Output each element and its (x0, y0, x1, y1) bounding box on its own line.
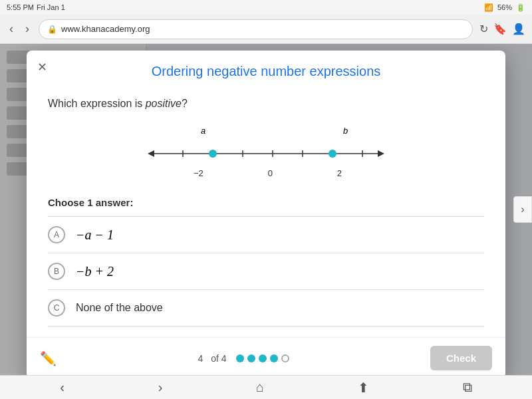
lock-icon: 🔒 (47, 25, 57, 34)
progress-dots (236, 354, 289, 362)
num-label-2: 2 (337, 168, 342, 178)
browser-forward-button[interactable]: › (158, 380, 163, 395)
choice-a-circle: A (48, 226, 65, 243)
dot-5 (281, 354, 289, 362)
svg-marker-2 (378, 150, 384, 157)
modal-footer: ✏️ 4 of 4 Check (27, 337, 505, 375)
question-text: Which expression is positive? (48, 98, 484, 110)
svg-point-11 (329, 150, 336, 158)
bottom-bar: ‹ › ⌂ ⬆ ⧉ (0, 375, 532, 399)
check-button[interactable]: Check (430, 346, 492, 370)
hint-pencil-icon[interactable]: ✏️ (40, 350, 57, 366)
dot-4 (270, 354, 278, 362)
battery-text: 56% (497, 3, 512, 11)
point-b-label: b (343, 126, 348, 136)
browser-back-button[interactable]: ‹ (60, 380, 65, 395)
modal-body: Which expression is positive? a b (27, 87, 505, 337)
forward-button[interactable]: › (23, 19, 32, 39)
choice-c-text: None of the above (76, 302, 163, 314)
browser-bar: ‹ › 🔒 www.khanacademy.org ↻ 🔖 👤 (0, 15, 532, 44)
page-background: ✕ Ordering negative number expressions W… (0, 44, 532, 375)
dot-1 (236, 354, 244, 362)
address-bar[interactable]: 🔒 www.khanacademy.org (39, 19, 473, 39)
dot-3 (259, 354, 267, 362)
point-a-label: a (201, 126, 205, 136)
url-text: www.khanacademy.org (61, 24, 150, 34)
choose-label: Choose 1 answer: (48, 197, 484, 208)
share-button[interactable]: ⬆ (358, 380, 369, 396)
modal-dialog: ✕ Ordering negative number expressions W… (27, 51, 505, 375)
choice-b-text: −b + 2 (76, 264, 114, 279)
question-part1: Which expression is (48, 98, 146, 109)
question-emphasis: positive (146, 98, 182, 109)
modal-header: ✕ Ordering negative number expressions (27, 51, 505, 87)
time: 5:55 PM (7, 3, 34, 11)
number-line: a b (48, 126, 484, 178)
back-button[interactable]: ‹ (7, 19, 16, 39)
reload-button[interactable]: ↻ (479, 23, 488, 35)
choice-c-letter: C (54, 303, 60, 313)
answer-choices: A −a − 1 B −b + 2 C (48, 216, 484, 327)
number-line-point-labels: a b (146, 126, 386, 139)
browser-actions: ↻ 🔖 👤 (479, 23, 525, 35)
choice-a[interactable]: A −a − 1 (48, 216, 484, 253)
num-label-0: 0 (268, 168, 273, 178)
dot-2 (247, 354, 255, 362)
question-end: ? (182, 98, 188, 109)
account-button[interactable]: 👤 (512, 23, 525, 35)
choice-b[interactable]: B −b + 2 (48, 253, 484, 289)
choice-a-letter: A (54, 230, 59, 239)
status-icons: 📶 56% 🔋 (484, 3, 525, 12)
choice-c[interactable]: C None of the above (48, 289, 484, 327)
num-label-minus2: −2 (194, 168, 203, 178)
close-button[interactable]: ✕ (37, 61, 47, 73)
choice-a-text: −a − 1 (76, 227, 114, 243)
svg-marker-1 (148, 150, 154, 157)
svg-point-10 (209, 150, 217, 158)
number-line-svg (140, 140, 392, 167)
progress-text: 4 (198, 353, 203, 364)
home-button[interactable]: ⌂ (256, 380, 264, 395)
tabs-button[interactable]: ⧉ (463, 380, 472, 395)
status-bar: 5:55 PM Fri Jan 1 📶 56% 🔋 (0, 0, 532, 15)
choice-b-circle: B (48, 263, 65, 280)
bookmark-button[interactable]: 🔖 (493, 23, 507, 35)
progress-area: 4 of 4 (198, 353, 289, 364)
progress-of: of 4 (211, 353, 226, 364)
modal-overlay: ✕ Ordering negative number expressions W… (0, 44, 532, 375)
status-time-date: 5:55 PM Fri Jan 1 (7, 3, 65, 11)
date: Fri Jan 1 (37, 3, 65, 11)
battery-icon: 🔋 (516, 3, 525, 12)
wifi-icon: 📶 (484, 3, 493, 12)
side-arrow-right[interactable]: › (513, 196, 532, 223)
choice-b-letter: B (54, 267, 59, 276)
choice-c-circle: C (48, 299, 65, 317)
modal-title: Ordering negative number expressions (152, 64, 381, 78)
